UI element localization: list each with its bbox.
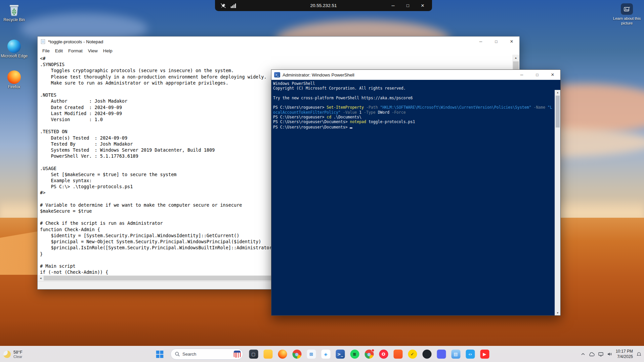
taskbar-app-microsoft-store[interactable]: ⊞ <box>304 347 318 362</box>
taskbar-app-file-explorer[interactable] <box>261 347 275 362</box>
taskbar-weather-widget[interactable]: 58°F Clear <box>3 350 23 359</box>
spotlight-picture-icon[interactable] <box>621 3 633 15</box>
menu-edit[interactable]: Edit <box>52 48 66 53</box>
notification-badge <box>371 349 374 352</box>
taskbar-app-brave[interactable] <box>391 347 405 362</box>
powershell-close-button[interactable]: × <box>545 70 560 80</box>
scroll-down-arrow[interactable]: ▼ <box>555 310 560 315</box>
console-cursor <box>350 124 352 128</box>
chrome-work-icon: ● <box>364 350 374 359</box>
tray-overflow-chevron-icon[interactable] <box>581 353 585 355</box>
taskbar-app-photos[interactable]: ◈ <box>318 347 333 362</box>
start-button[interactable] <box>152 347 167 362</box>
clock-date: 7/4/2025 <box>616 354 633 360</box>
onedrive-cloud-icon[interactable] <box>589 352 595 356</box>
firefox-icon <box>278 350 287 359</box>
desktop-icon-microsoft-edge[interactable]: Microsoft Edge <box>0 40 28 59</box>
rdp-connection-bar: 20.55.232.51 ─ □ × <box>215 0 432 11</box>
opera-icon: O <box>379 350 388 359</box>
rdp-close-button[interactable]: × <box>415 0 430 11</box>
menu-format[interactable]: Format <box>66 48 85 53</box>
clear-night-moon-icon <box>3 351 11 358</box>
clock-time: 10:17 PM <box>616 349 633 354</box>
picture-icon <box>624 6 630 12</box>
volume-icon[interactable] <box>607 352 612 356</box>
taskbar-app-youtube[interactable]: ▶ <box>477 347 492 362</box>
taskbar-app-vscode[interactable]: ‹› <box>463 347 477 362</box>
desktop: Recycle Bin Microsoft Edge Firefox Learn… <box>0 0 644 362</box>
powershell-minimize-button[interactable]: ─ <box>514 70 529 80</box>
desktop-icon-recycle-bin[interactable]: Recycle Bin <box>0 3 28 22</box>
powershell-icon: >_ <box>336 350 345 359</box>
taskbar-clock[interactable]: 10:17 PM 7/4/2025 <box>616 349 633 359</box>
taskbar-app-firefox[interactable] <box>275 347 290 362</box>
search-highlight-icon[interactable] <box>233 351 241 358</box>
taskbar: 58°F Clear Search ▢●⊞ <box>0 346 644 362</box>
notification-bell-icon[interactable] <box>637 352 641 357</box>
spotify-icon: ≋ <box>350 350 359 359</box>
search-icon <box>175 352 180 357</box>
notepad-app-icon <box>40 39 46 44</box>
taskbar-app-spotify[interactable]: ≋ <box>347 347 362 362</box>
console-line: Try the new cross-platform PowerShell ht… <box>273 96 553 100</box>
taskbar-app-opera[interactable]: O <box>376 347 391 362</box>
learn-about-picture-widget[interactable]: Learn about this picture <box>612 3 641 26</box>
console-line <box>273 91 553 96</box>
notepad-close-button[interactable]: × <box>504 37 519 47</box>
taskbar-app-notepad[interactable]: ▤ <box>448 347 463 362</box>
desktop-icon-label: Firefox <box>0 85 28 90</box>
console-line: Windows PowerShell <box>273 81 553 86</box>
notepad-title: *toggle-protocols - Notepad <box>48 39 103 44</box>
recycle-bin-icon <box>7 3 21 17</box>
photos-icon: ◈ <box>321 350 330 359</box>
menu-help[interactable]: Help <box>100 48 115 53</box>
console-line: PS C:\Users\rogueuser\Documents> notepad… <box>273 119 553 124</box>
powershell-app-icon: >_ <box>274 72 280 77</box>
taskbar-app-chrome-work[interactable]: ● <box>362 347 376 362</box>
menu-file[interactable]: File <box>40 48 52 53</box>
chrome-icon: ● <box>292 350 301 359</box>
desktop-icon-firefox[interactable]: Firefox <box>0 70 28 90</box>
desktop-icon-label: Recycle Bin <box>0 18 28 22</box>
notepad-minimize-button[interactable]: ─ <box>473 37 488 47</box>
taskbar-app-task-view[interactable]: ▢ <box>246 347 261 362</box>
firefox-icon <box>7 70 21 84</box>
weather-temp: 58°F <box>13 350 23 355</box>
console-line: PS C:\Users\rogueuser> cd .\Documents\ <box>273 115 553 119</box>
youtube-icon: ▶ <box>480 350 489 359</box>
scroll-left-arrow[interactable]: ◄ <box>38 277 44 280</box>
powershell-maximize-button[interactable]: □ <box>529 70 545 80</box>
vscode-icon: ‹› <box>466 350 475 359</box>
taskbar-app-discord[interactable] <box>434 347 448 362</box>
rdp-minimize-button[interactable]: ─ <box>386 0 400 11</box>
microsoft-store-icon: ⊞ <box>307 350 316 359</box>
scroll-up-arrow[interactable]: ▲ <box>512 55 519 61</box>
file-explorer-icon <box>263 350 272 359</box>
console-line <box>273 100 553 105</box>
task-view-icon: ▢ <box>249 350 258 359</box>
taskbar-apps: ▢●⊞◈>_≋●O✓▤‹›▶ <box>246 347 492 362</box>
notepad-titlebar[interactable]: *toggle-protocols - Notepad ─ □ × <box>38 37 519 47</box>
notepad-menubar: FileEditFormatViewHelp <box>38 47 519 55</box>
scrollbar-thumb[interactable] <box>556 96 560 127</box>
powershell-title: Administrator: Windows PowerShell <box>283 72 354 77</box>
desktop-icon-label: Microsoft Edge <box>0 54 28 59</box>
learn-about-picture-label: Learn about this picture <box>612 16 641 26</box>
rdp-restore-button[interactable]: □ <box>400 0 415 11</box>
taskbar-search[interactable]: Search <box>170 349 243 360</box>
powershell-titlebar[interactable]: >_ Administrator: Windows PowerShell ─ □… <box>271 70 560 80</box>
network-icon[interactable] <box>598 352 603 357</box>
taskbar-app-norton[interactable]: ✓ <box>405 347 420 362</box>
github-icon <box>422 350 431 359</box>
menu-view[interactable]: View <box>85 48 100 53</box>
taskbar-app-chrome[interactable]: ● <box>290 347 304 362</box>
powershell-vertical-scrollbar[interactable]: ▲ ▼ <box>555 90 560 315</box>
powershell-console[interactable]: Windows PowerShellCopyright (C) Microsof… <box>271 80 560 315</box>
notepad-maximize-button[interactable]: □ <box>488 37 504 47</box>
taskbar-app-powershell[interactable]: >_ <box>333 347 347 362</box>
system-tray: 10:17 PM 7/4/2025 <box>581 346 641 362</box>
norton-icon: ✓ <box>408 350 417 359</box>
notepad-icon: ▤ <box>451 350 460 359</box>
scroll-up-arrow[interactable]: ▲ <box>555 90 560 95</box>
taskbar-app-github[interactable] <box>420 347 434 362</box>
